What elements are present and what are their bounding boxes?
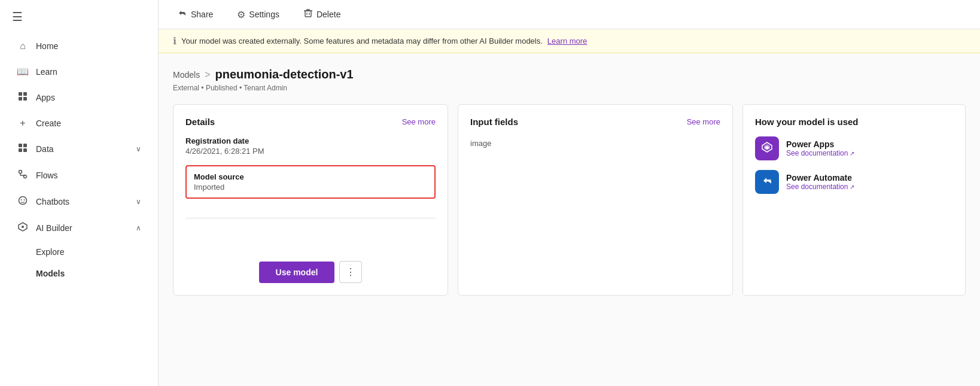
power-automate-info: Power Automate See documentation ↗ xyxy=(786,173,854,191)
svg-point-13 xyxy=(21,199,22,200)
sidebar-item-ai-builder[interactable]: AI Builder ∧ xyxy=(5,215,153,241)
sidebar-item-label: Data xyxy=(36,144,129,154)
svg-point-8 xyxy=(19,171,22,174)
details-card: Details See more Registration date 4/26/… xyxy=(173,104,448,296)
power-apps-name: Power Apps xyxy=(786,139,854,149)
power-automate-doc-link[interactable]: See documentation ↗ xyxy=(786,183,854,191)
page-subtitle: External • Published • Tenant Admin xyxy=(173,84,966,92)
more-options-icon: ⋮ xyxy=(346,267,355,277)
ai-builder-icon xyxy=(17,222,29,234)
delete-icon xyxy=(303,8,313,20)
how-used-card-header: How your model is used xyxy=(755,117,953,127)
sidebar-item-label: Learn xyxy=(36,67,141,77)
settings-icon: ⚙ xyxy=(237,9,245,20)
book-icon: 📖 xyxy=(17,66,29,77)
sidebar-item-apps[interactable]: Apps xyxy=(5,84,153,111)
input-fields-see-more-link[interactable]: See more xyxy=(687,117,720,126)
chevron-down-icon: ∨ xyxy=(136,197,141,206)
input-field-image: image xyxy=(470,136,720,150)
card-divider xyxy=(185,218,436,218)
cards-row: Details See more Registration date 4/26/… xyxy=(173,104,966,296)
settings-button[interactable]: ⚙ Settings xyxy=(232,7,284,23)
create-icon: + xyxy=(17,118,29,129)
details-see-more-link[interactable]: See more xyxy=(402,117,436,126)
chevron-down-icon: ∨ xyxy=(136,145,141,153)
sidebar-item-label: Home xyxy=(36,41,141,51)
svg-point-12 xyxy=(19,197,27,205)
sidebar-item-learn[interactable]: 📖 Learn xyxy=(5,59,153,84)
info-icon: ℹ xyxy=(173,35,176,47)
svg-rect-5 xyxy=(23,144,27,147)
info-banner: ℹ Your model was created externally. Som… xyxy=(159,29,980,53)
breadcrumb-separator: > xyxy=(205,69,210,80)
input-fields-card-title: Input fields xyxy=(470,117,518,127)
apps-icon xyxy=(17,92,29,104)
chatbots-icon xyxy=(17,196,29,208)
sidebar-item-chatbots[interactable]: Chatbots ∨ xyxy=(5,189,153,215)
svg-rect-3 xyxy=(23,97,27,101)
page-content: Models > pneumonia-detection-v1 External… xyxy=(159,53,980,386)
breadcrumb-parent[interactable]: Models xyxy=(173,70,200,80)
home-icon: ⌂ xyxy=(17,41,29,51)
external-link-icon: ↗ xyxy=(850,184,854,190)
main-content: Share ⚙ Settings Delete ℹ Your model was… xyxy=(159,0,980,386)
input-fields-card: Input fields See more image xyxy=(458,104,733,296)
sidebar: ☰ ⌂ Home 📖 Learn Apps + Create Data ∨ Fl… xyxy=(0,0,159,386)
model-source-label: Model source xyxy=(194,172,427,181)
sidebar-item-label: Create xyxy=(36,118,141,128)
sidebar-item-create[interactable]: + Create xyxy=(5,111,153,136)
use-model-button[interactable]: Use model xyxy=(259,262,335,283)
sidebar-sub-item-label: Models xyxy=(36,269,65,278)
model-source-value: Imported xyxy=(194,183,427,192)
registration-date-label: Registration date xyxy=(185,136,436,145)
svg-rect-6 xyxy=(19,148,22,152)
sidebar-item-flows[interactable]: Flows xyxy=(5,162,153,189)
settings-label: Settings xyxy=(249,10,279,19)
power-apps-icon xyxy=(761,141,773,156)
sidebar-item-label: Chatbots xyxy=(36,197,129,206)
chevron-up-icon: ∧ xyxy=(136,224,141,232)
svg-rect-0 xyxy=(19,92,22,96)
sidebar-item-label: Apps xyxy=(36,93,141,102)
how-used-card-title: How your model is used xyxy=(755,117,859,127)
how-used-card: How your model is used Power xyxy=(742,104,966,296)
svg-rect-7 xyxy=(23,148,27,152)
share-button[interactable]: Share xyxy=(173,6,218,23)
input-fields-card-header: Input fields See more xyxy=(470,117,720,127)
registration-date-value: 4/26/2021, 6:28:21 PM xyxy=(185,147,436,156)
sidebar-item-label: AI Builder xyxy=(36,223,129,233)
flows-icon xyxy=(17,169,29,181)
svg-point-14 xyxy=(24,199,25,200)
sidebar-item-data[interactable]: Data ∨ xyxy=(5,136,153,162)
power-apps-link-text: See documentation xyxy=(786,149,848,157)
breadcrumb-current: pneumonia-detection-v1 xyxy=(215,68,353,81)
share-label: Share xyxy=(191,10,213,19)
hamburger-icon[interactable]: ☰ xyxy=(12,10,23,24)
delete-label: Delete xyxy=(316,10,340,19)
external-link-icon: ↗ xyxy=(850,150,854,157)
details-card-footer: Use model ⋮ xyxy=(185,251,436,283)
svg-rect-1 xyxy=(23,92,27,96)
learn-more-link[interactable]: Learn more xyxy=(547,37,587,45)
sidebar-sub-item-explore[interactable]: Explore xyxy=(5,241,153,263)
delete-button[interactable]: Delete xyxy=(299,6,345,23)
sidebar-item-label: Flows xyxy=(36,171,141,180)
power-apps-doc-link[interactable]: See documentation ↗ xyxy=(786,149,854,157)
sidebar-sub-item-label: Explore xyxy=(36,247,64,257)
power-apps-icon-box xyxy=(755,136,779,160)
power-apps-info: Power Apps See documentation ↗ xyxy=(786,139,854,157)
more-options-button[interactable]: ⋮ xyxy=(339,261,362,283)
svg-point-16 xyxy=(22,226,24,228)
usage-item-power-apps: Power Apps See documentation ↗ xyxy=(755,136,953,160)
banner-message: Your model was created externally. Some … xyxy=(181,37,543,45)
share-icon xyxy=(178,8,187,20)
svg-rect-17 xyxy=(305,11,311,17)
power-automate-icon xyxy=(761,175,773,190)
power-automate-name: Power Automate xyxy=(786,173,854,183)
model-source-highlighted: Model source Imported xyxy=(185,165,436,199)
sidebar-sub-item-models[interactable]: Models xyxy=(5,263,153,284)
power-automate-icon-box xyxy=(755,170,779,194)
svg-rect-4 xyxy=(19,144,22,147)
sidebar-item-home[interactable]: ⌂ Home xyxy=(5,34,153,59)
usage-item-power-automate: Power Automate See documentation ↗ xyxy=(755,170,953,194)
